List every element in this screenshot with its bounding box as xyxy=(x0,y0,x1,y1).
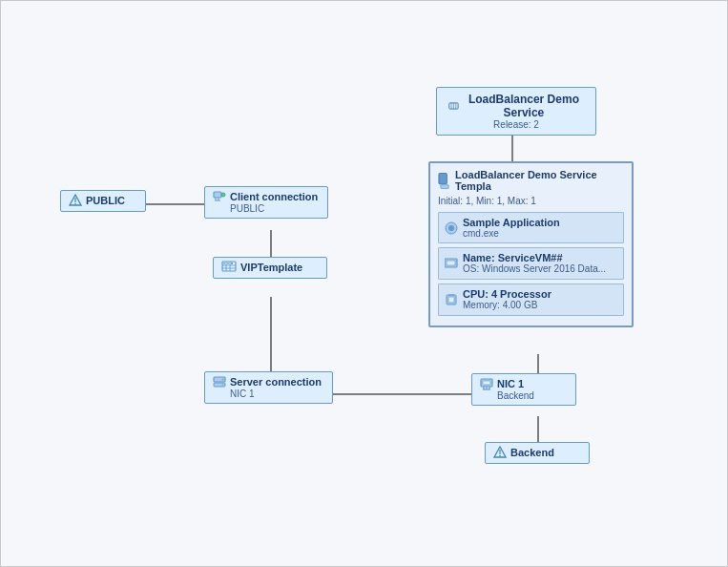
app-name: Sample Application xyxy=(463,217,560,228)
template-icon xyxy=(438,173,450,190)
vm-section: Name: ServiceVM## OS: Windows Server 201… xyxy=(438,247,624,280)
client-connection-node[interactable]: Client connection PUBLIC xyxy=(204,186,328,219)
svg-rect-18 xyxy=(448,297,454,303)
vm-icon xyxy=(445,258,458,269)
public-label: PUBLIC xyxy=(86,195,125,206)
svg-point-36 xyxy=(227,262,229,264)
diagram-canvas: LoadBalancer Demo Service Release: 2 Loa… xyxy=(0,0,728,567)
server-connection-icon xyxy=(213,375,226,388)
svg-rect-11 xyxy=(439,174,447,184)
backend-icon xyxy=(493,446,507,459)
public-node[interactable]: PUBLIC xyxy=(60,190,146,212)
lb-icon xyxy=(448,99,459,113)
svg-point-14 xyxy=(448,225,454,231)
cpu-section: CPU: 4 Processor Memory: 4.00 GB xyxy=(438,284,624,316)
server-connection-node[interactable]: Server connection NIC 1 xyxy=(204,371,333,404)
nic1-sublabel: Backend xyxy=(480,390,568,401)
svg-point-50 xyxy=(499,455,501,457)
vip-template-node[interactable]: VIPTemplate xyxy=(213,257,327,279)
backend-label: Backend xyxy=(510,447,554,458)
svg-rect-16 xyxy=(447,261,455,265)
app-section: Sample Application cmd.exe xyxy=(438,212,624,243)
cpu-icon xyxy=(445,294,458,305)
template-title: LoadBalancer Demo Service Templa xyxy=(455,169,624,192)
svg-point-29 xyxy=(221,193,225,197)
client-connection-icon xyxy=(213,190,226,203)
server-connection-label: Server connection xyxy=(230,376,322,388)
svg-point-41 xyxy=(222,384,224,386)
loadbalancer-service-node[interactable]: LoadBalancer Demo Service Release: 2 xyxy=(436,87,596,136)
cpu-label: CPU: 4 Processor xyxy=(463,288,551,300)
server-connection-sublabel: NIC 1 xyxy=(213,388,324,399)
nic1-label: NIC 1 xyxy=(497,378,524,389)
svg-rect-47 xyxy=(483,381,490,385)
vm-name: Name: ServiceVM## xyxy=(463,252,606,263)
template-subtitle: Initial: 1, Min: 1, Max: 1 xyxy=(438,196,624,206)
nic1-node[interactable]: NIC 1 Backend xyxy=(471,373,576,406)
svg-point-37 xyxy=(231,262,233,264)
svg-rect-12 xyxy=(441,185,448,189)
svg-point-24 xyxy=(74,203,76,205)
client-connection-label: Client connection xyxy=(230,191,318,202)
svg-rect-25 xyxy=(214,192,221,198)
memory-label: Memory: 4.00 GB xyxy=(463,300,551,310)
vip-icon xyxy=(221,261,237,274)
vm-os: OS: Windows Server 2016 Data... xyxy=(463,263,606,274)
app-sub: cmd.exe xyxy=(463,228,560,239)
template-node[interactable]: LoadBalancer Demo Service Templa Initial… xyxy=(428,161,634,327)
lb-service-subtitle: Release: 2 xyxy=(448,119,584,130)
svg-point-40 xyxy=(222,379,224,381)
svg-point-35 xyxy=(223,262,225,264)
client-connection-sublabel: PUBLIC xyxy=(213,203,320,214)
vip-template-label: VIPTemplate xyxy=(240,262,302,273)
lb-service-title: LoadBalancer Demo Service xyxy=(464,93,584,119)
public-icon xyxy=(69,194,82,207)
nic-icon xyxy=(480,377,493,390)
app-icon xyxy=(445,221,458,235)
backend-node[interactable]: Backend xyxy=(485,442,590,464)
